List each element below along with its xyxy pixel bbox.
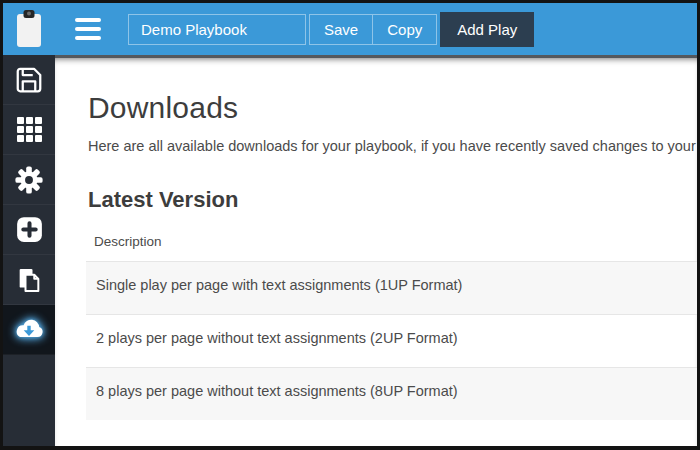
download-row-8up[interactable]: 8 plays per page without text assignment… [86,367,697,420]
top-bar: Save Copy Add Play [3,3,697,55]
playbook-name-input[interactable] [128,14,306,45]
downloads-table: Description Single play per page with te… [86,230,697,420]
copy-icon [15,266,43,294]
sidebar-item-settings[interactable] [3,155,55,205]
section-title: Latest Version [88,187,697,213]
plus-icon [16,216,43,243]
sidebar-item-save[interactable] [3,55,55,105]
save-button[interactable]: Save [310,15,372,44]
download-row-2up[interactable]: 2 plays per page without text assignment… [86,314,697,367]
grid-icon [17,117,42,142]
sidebar-item-downloads[interactable] [3,305,55,355]
cloud-download-icon [12,317,46,343]
add-play-button[interactable]: Add Play [440,12,534,47]
sidebar-item-plays-grid[interactable] [3,105,55,155]
copy-button[interactable]: Copy [372,15,436,44]
floppy-icon [14,65,44,95]
gear-icon [14,165,44,195]
save-copy-button-group: Save Copy [309,14,437,45]
intro-text: Here are all available downloads for you… [88,138,697,154]
app-logo [3,3,55,55]
page-title: Downloads [88,91,697,125]
menu-toggle-icon[interactable] [75,18,101,40]
download-row-1up[interactable]: Single play per page with text assignmen… [86,261,697,314]
main-content: Downloads Here are all available downloa… [55,55,697,446]
sidebar [3,55,55,446]
sidebar-item-copy-playbook[interactable] [3,255,55,305]
description-column-header: Description [86,230,697,261]
sidebar-item-add-play[interactable] [3,205,55,255]
app-window: Save Copy Add Play [0,0,700,450]
clipboard-icon [15,9,43,49]
